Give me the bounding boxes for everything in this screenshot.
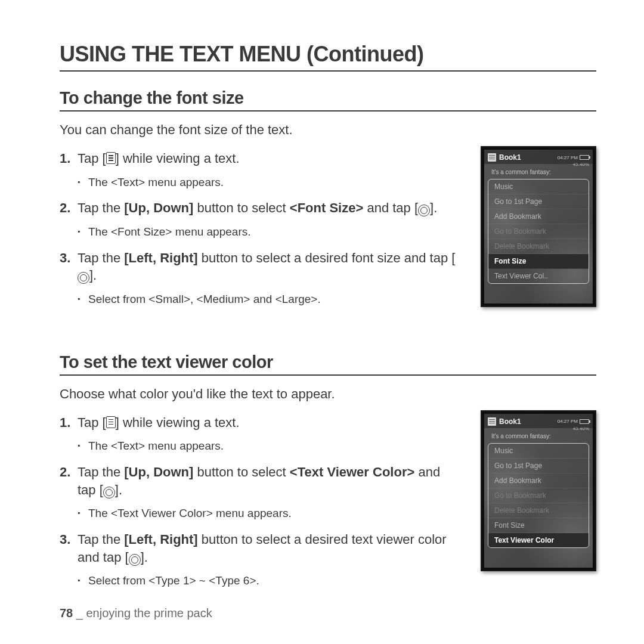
menu2-music: Music bbox=[488, 444, 589, 459]
s2-step1-sub: The <Text> menu appears. bbox=[78, 438, 460, 454]
device-menu-2: Music Go to 1st Page Add Bookmark Go to … bbox=[488, 443, 589, 548]
menu2-goto1st: Go to 1st Page bbox=[488, 459, 589, 473]
s1-step2: Tap the [Up, Down] button to select <Fon… bbox=[60, 199, 460, 217]
footer-section: enjoying the prime pack bbox=[86, 606, 212, 620]
page-footer: 78 _ enjoying the prime pack bbox=[60, 606, 212, 620]
select-icon bbox=[129, 554, 141, 566]
menu-icon bbox=[106, 416, 116, 428]
device-mock-2: Book1 04:27 PM 45.40% It's a common fant… bbox=[481, 410, 596, 598]
device-book-title: Book1 bbox=[499, 153, 521, 162]
book-icon bbox=[488, 153, 496, 162]
s1-2d: ]. bbox=[430, 200, 437, 215]
s2-1a: Tap [ bbox=[78, 415, 106, 430]
s1-step3-sub: Select from <Small>, <Medium> and <Large… bbox=[78, 292, 460, 307]
device-mock-1: Book1 04:27 PM 45.40% It's a common fant… bbox=[481, 146, 596, 317]
device-book-title-2: Book1 bbox=[499, 417, 521, 426]
menu2-delbm: Delete Bookmark bbox=[488, 503, 589, 518]
section-font-size-heading: To change the font size bbox=[60, 88, 596, 112]
s2-step3: Tap the [Left, Right] button to select a… bbox=[60, 531, 460, 566]
section-tvc-heading: To set the text viewer color bbox=[60, 352, 596, 376]
device-text-preview: It's a common fantasy: bbox=[484, 164, 593, 177]
menu-delbm: Delete Bookmark bbox=[488, 239, 589, 254]
section2-intro: Choose what color you'd like the text to… bbox=[60, 386, 460, 402]
s2-3c: ]. bbox=[141, 550, 148, 565]
page-number: 78 bbox=[60, 606, 73, 620]
device-time: 04:27 PM bbox=[558, 155, 578, 160]
s1-step1-sub: The <Text> menu appears. bbox=[78, 175, 460, 190]
s1-step1-post: ] while viewing a text. bbox=[116, 151, 240, 166]
menu-fontsize: Font Size bbox=[488, 254, 589, 269]
battery-icon bbox=[580, 419, 589, 424]
updown-label: [Up, Down] bbox=[124, 200, 193, 215]
s2-step2: Tap the [Up, Down] button to select <Tex… bbox=[60, 463, 460, 499]
menu-music: Music bbox=[488, 179, 589, 194]
s2-2a: Tap the bbox=[78, 465, 124, 479]
device-time-2: 04:27 PM bbox=[558, 419, 578, 424]
s1-step1: Tap [] while viewing a text. bbox=[60, 150, 460, 168]
select-icon bbox=[103, 487, 115, 499]
s1-step1-pre: Tap [ bbox=[78, 151, 106, 166]
s1-2a: Tap the bbox=[78, 200, 124, 215]
s2-step2-sub: The <Text Viewer Color> menu appears. bbox=[78, 506, 460, 521]
leftright-label: [Left, Right] bbox=[124, 250, 197, 265]
select-icon bbox=[78, 272, 89, 284]
footer-sep: _ bbox=[73, 606, 86, 620]
menu-tvc: Text Viewer Col.. bbox=[488, 269, 589, 283]
menu-addbm: Add Bookmark bbox=[488, 209, 589, 224]
s2-3a: Tap the bbox=[78, 532, 124, 547]
s1-2c: and tap [ bbox=[363, 200, 418, 215]
s1-3b: button to select a desired font size and… bbox=[198, 250, 456, 265]
device-text-preview-2: It's a common fantasy: bbox=[484, 428, 593, 441]
device-menu: Music Go to 1st Page Add Bookmark Go to … bbox=[488, 179, 589, 284]
s2-step3-sub: Select from <Type 1> ~ <Type 6>. bbox=[78, 573, 460, 589]
s1-3c: ]. bbox=[89, 268, 97, 283]
menu2-addbm: Add Bookmark bbox=[488, 473, 589, 488]
s1-2b: button to select bbox=[193, 200, 289, 215]
fontsize-label: <Font Size> bbox=[290, 200, 363, 215]
s1-3a: Tap the bbox=[78, 250, 124, 265]
menu-goto1st: Go to 1st Page bbox=[488, 194, 589, 209]
s2-2d: ]. bbox=[115, 482, 122, 497]
page-title: USING THE TEXT MENU (Continued) bbox=[60, 42, 596, 72]
menu-icon bbox=[106, 152, 116, 164]
s1-step2-sub: The <Font Size> menu appears. bbox=[78, 224, 460, 240]
tvc-label: <Text Viewer Color> bbox=[290, 465, 415, 479]
s2-step1: Tap [] while viewing a text. bbox=[60, 414, 460, 432]
s2-1b: ] while viewing a text. bbox=[116, 415, 240, 430]
updown-label-2: [Up, Down] bbox=[124, 465, 193, 479]
battery-icon bbox=[580, 155, 589, 160]
section1-intro: You can change the font size of the text… bbox=[60, 122, 460, 138]
leftright-label-2: [Left, Right] bbox=[124, 532, 197, 547]
menu2-tvc: Text Viewer Color bbox=[488, 533, 589, 547]
menu-gotobm: Go to Bookmark bbox=[488, 224, 589, 239]
menu2-fontsize: Font Size bbox=[488, 518, 589, 533]
s2-2b: button to select bbox=[193, 465, 289, 479]
book-icon bbox=[488, 417, 496, 426]
section-text-viewer-color: Choose what color you'd like the text to… bbox=[60, 386, 596, 598]
s1-step3: Tap the [Left, Right] button to select a… bbox=[60, 249, 460, 284]
select-icon bbox=[418, 205, 430, 216]
section-font-size: You can change the font size of the text… bbox=[60, 122, 596, 317]
menu2-gotobm: Go to Bookmark bbox=[488, 488, 589, 503]
